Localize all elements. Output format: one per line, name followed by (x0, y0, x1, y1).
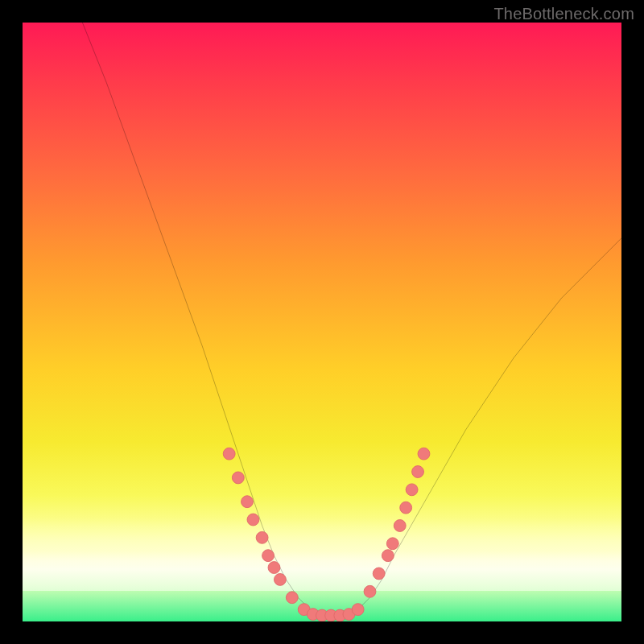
curve-marker (412, 466, 424, 478)
curve-marker (247, 514, 259, 526)
curve-marker (256, 531, 268, 543)
curve-marker (242, 496, 254, 508)
curve-marker (394, 520, 406, 532)
curve-marker (352, 604, 364, 616)
curve-marker (286, 592, 298, 604)
curve-marker (418, 448, 430, 460)
plot-area (23, 23, 621, 621)
curve-marker (232, 472, 244, 484)
curve-marker (406, 484, 418, 496)
curve-marker (274, 573, 286, 585)
curve-marker (262, 550, 275, 562)
curve-marker (400, 502, 412, 514)
curve-marker (382, 550, 394, 562)
curve-marker (373, 568, 385, 580)
chart-frame: TheBottleneck.com (0, 0, 644, 644)
watermark-text: TheBottleneck.com (493, 5, 634, 23)
marker-group (223, 448, 430, 621)
curve-marker (268, 562, 280, 574)
bottleneck-curve-path (82, 23, 621, 616)
curve-svg (23, 23, 621, 621)
curve-marker (386, 538, 398, 550)
curve-marker (223, 448, 235, 460)
curve-marker (364, 585, 376, 597)
